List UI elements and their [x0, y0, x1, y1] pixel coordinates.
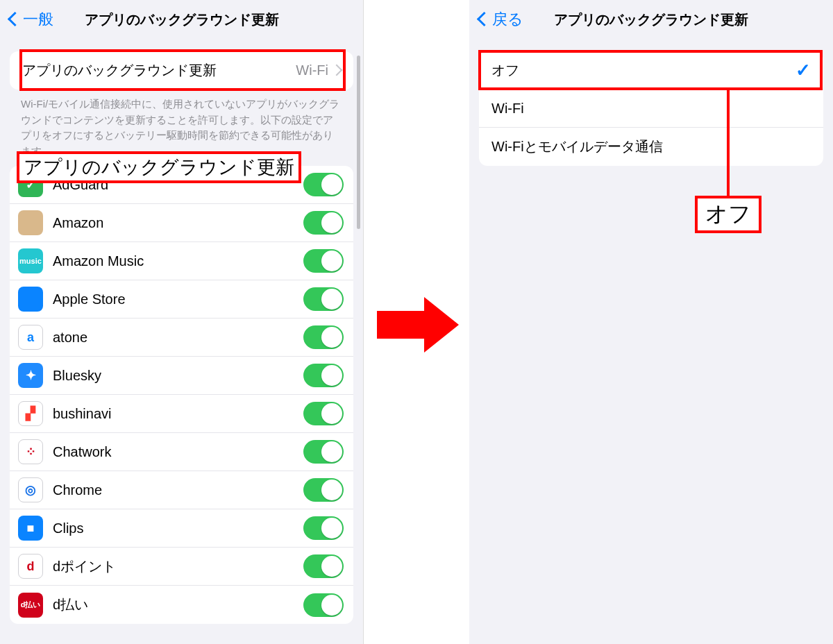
app-icon: ■	[18, 516, 43, 541]
chevron-left-icon	[479, 10, 491, 28]
app-row: aatone	[10, 319, 353, 357]
app-name-label: Amazon	[53, 215, 303, 231]
annotation-connector	[727, 87, 730, 196]
background-refresh-master-row[interactable]: アプリのバックグラウンド更新 Wi-Fi	[10, 51, 353, 90]
chevron-right-icon	[333, 65, 341, 77]
app-name-label: Chrome	[53, 482, 303, 498]
option-row[interactable]: Wi-Fi	[479, 90, 823, 128]
screen-background-refresh-options: 戻る アプリのバックグラウンド更新 オフ✓Wi-FiWi-Fiとモバイルデータ通…	[469, 0, 833, 644]
page-title: アプリのバックグラウンド更新	[0, 10, 363, 29]
annotation-label-left: アプリのバックグラウンド更新	[17, 151, 301, 183]
back-button[interactable]: 戻る	[479, 9, 523, 30]
app-row: ✦Bluesky	[10, 357, 353, 395]
page-title: アプリのバックグラウンド更新	[469, 10, 833, 29]
app-icon: music	[18, 248, 43, 273]
chevron-left-icon	[10, 10, 22, 28]
app-name-label: dポイント	[53, 557, 303, 576]
app-toggle[interactable]	[303, 173, 344, 196]
app-toggle[interactable]	[303, 516, 344, 540]
app-toggle[interactable]	[303, 402, 344, 425]
app-icon: ◎	[18, 477, 43, 502]
cell-label: アプリのバックグラウンド更新	[22, 61, 296, 80]
navbar: 一般 アプリのバックグラウンド更新	[0, 0, 363, 39]
back-label: 一般	[23, 9, 53, 30]
section-footer-text: Wi-Fi/モバイル通信接続中に、使用されていないアプリがバックグラウンドでコン…	[21, 96, 342, 159]
app-toggle[interactable]	[303, 440, 344, 464]
app-row: d払いd払い	[10, 586, 353, 624]
app-icon	[18, 287, 43, 312]
app-name-label: Apple Store	[53, 291, 303, 307]
app-row: Amazon	[10, 204, 353, 242]
options-group: オフ✓Wi-FiWi-Fiとモバイルデータ通信	[479, 51, 823, 166]
app-name-label: Chatwork	[53, 444, 303, 460]
app-name-label: Amazon Music	[53, 253, 303, 269]
option-row[interactable]: オフ✓	[479, 51, 823, 90]
app-name-label: bushinavi	[53, 406, 303, 422]
app-row: ■Clips	[10, 509, 353, 548]
app-toggle[interactable]	[303, 211, 344, 235]
app-name-label: d払い	[53, 595, 303, 614]
back-button[interactable]: 一般	[10, 9, 53, 30]
app-icon: a	[18, 325, 43, 350]
app-toggle[interactable]	[303, 364, 344, 387]
app-row: ddポイント	[10, 548, 353, 586]
master-setting-group: アプリのバックグラウンド更新 Wi-Fi	[10, 51, 353, 90]
app-row: ▞bushinavi	[10, 395, 353, 433]
cell-value: Wi-Fi	[296, 62, 328, 78]
app-toggle[interactable]	[303, 478, 344, 502]
app-icon: d払い	[18, 593, 43, 618]
app-row: ◎Chrome	[10, 471, 353, 509]
navbar: 戻る アプリのバックグラウンド更新	[469, 0, 833, 39]
app-list: ✓AdGuardAmazonmusicAmazon MusicApple Sto…	[10, 166, 353, 624]
app-row: musicAmazon Music	[10, 242, 353, 280]
app-name-label: Bluesky	[53, 368, 303, 384]
app-name-label: atone	[53, 330, 303, 346]
screen-general-background-refresh: 一般 アプリのバックグラウンド更新 アプリのバックグラウンド更新 Wi-Fi W…	[0, 0, 364, 644]
arrow-icon	[377, 297, 460, 353]
app-toggle[interactable]	[303, 593, 344, 617]
app-row: ⁘Chatwork	[10, 433, 353, 471]
checkmark-icon: ✓	[796, 60, 811, 81]
app-icon	[18, 210, 43, 235]
app-icon: d	[18, 554, 43, 579]
scrollbar-thumb[interactable]	[357, 56, 360, 229]
app-icon: ⁘	[18, 439, 43, 464]
app-icon: ▞	[18, 401, 43, 426]
option-row[interactable]: Wi-Fiとモバイルデータ通信	[479, 128, 823, 166]
annotation-label-right: オフ	[695, 196, 762, 233]
app-row: Apple Store	[10, 280, 353, 319]
app-icon: ✦	[18, 363, 43, 388]
option-label: オフ	[491, 61, 796, 80]
app-toggle[interactable]	[303, 287, 344, 311]
app-name-label: Clips	[53, 520, 303, 536]
app-toggle[interactable]	[303, 325, 344, 349]
option-label: Wi-Fiとモバイルデータ通信	[491, 137, 811, 156]
back-label: 戻る	[492, 9, 523, 30]
option-label: Wi-Fi	[491, 101, 811, 117]
app-toggle[interactable]	[303, 249, 344, 273]
app-toggle[interactable]	[303, 554, 344, 578]
